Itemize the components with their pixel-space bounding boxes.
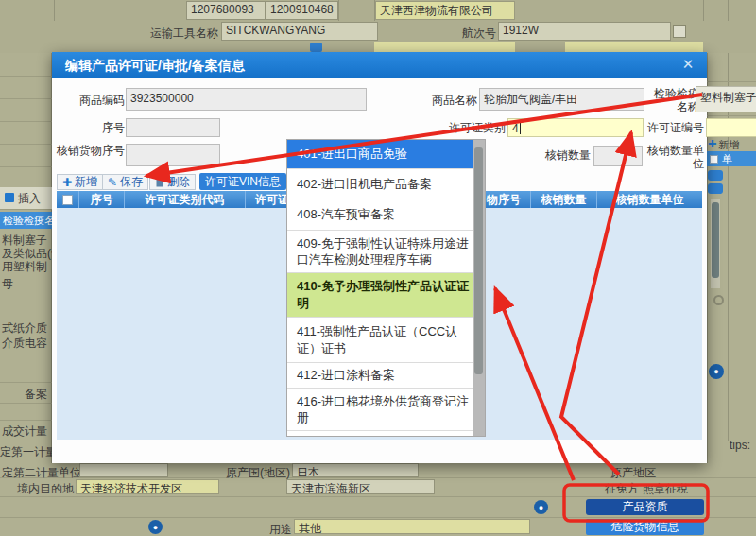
row3-yellow-cell xyxy=(565,42,703,52)
bg-right-add-button[interactable]: ✚ 新增 xyxy=(708,138,739,152)
second-qty-unit-label: 定第二计量单位 xyxy=(2,465,81,481)
license-no-label: 许可证编号 xyxy=(645,121,704,134)
delete-button[interactable]: 删除 xyxy=(149,174,196,190)
bg-cell-text-line: 介质电容 xyxy=(2,337,47,350)
field-value-1207680093[interactable]: 1207680093 xyxy=(186,1,266,20)
license-type-dropdown: 401-进出口商品免验 402-进口旧机电产品备案 408-汽车预审备案 409… xyxy=(286,139,486,437)
dropdown-scrollbar[interactable] xyxy=(472,140,485,436)
dialog-title-bar: 编辑产品许可证/审批/备案信息 ✕ xyxy=(52,52,707,78)
dropdown-option-408[interactable]: 408-汽车预审备案 xyxy=(287,199,472,231)
goods-name-label: 商品名称 xyxy=(397,94,477,107)
license-vin-button[interactable]: 许可证VIN信息 xyxy=(199,173,286,190)
right-blue-pill[interactable] xyxy=(708,170,723,181)
divider xyxy=(0,144,52,145)
insert-button[interactable]: 插入 xyxy=(18,192,41,205)
goods-code-value[interactable]: 3923500000 xyxy=(126,88,367,111)
divider xyxy=(338,0,339,21)
dropdown-option-412[interactable]: 412-进口涂料备案 xyxy=(287,363,472,389)
sequence-label: 序号 xyxy=(57,121,125,134)
divider xyxy=(0,121,52,122)
goods-code-label: 商品编码 xyxy=(57,94,125,107)
header-fragment: 单 xyxy=(722,151,732,166)
transport-name-label: 运输工具名称 xyxy=(129,26,218,42)
use-label: 用途 xyxy=(267,522,292,536)
bg-right-grid-header: 单 xyxy=(707,151,756,166)
app-screen: 1207680093 1200910468 天津西津物流有限公司 运输工具名称 … xyxy=(0,0,756,536)
divider xyxy=(0,441,52,441)
row3-yellow-cell xyxy=(374,42,515,52)
dangerous-goods-button[interactable]: 危险货物信息 xyxy=(586,519,704,535)
save-button[interactable]: ✎ 保存 xyxy=(102,174,148,190)
grid-header-type-code: 许可证类别代码 xyxy=(125,191,246,208)
dropdown-scrollbar-thumb[interactable] xyxy=(474,147,483,374)
field-value-1200910468[interactable]: 1200910468 xyxy=(266,1,338,20)
divider xyxy=(0,382,52,383)
grid-header-qty: 核销数量 xyxy=(531,191,597,208)
divider xyxy=(0,98,52,99)
use-circle-button[interactable]: ● xyxy=(148,520,163,534)
right-scrollbar-track[interactable] xyxy=(711,199,720,288)
insert-icon xyxy=(5,193,14,202)
company-name-cell[interactable]: 天津西津物流有限公司 xyxy=(375,1,515,20)
domestic-destination-label: 境内目的地 xyxy=(15,481,74,497)
dropdown-option-401[interactable]: 401-进出口商品免验 xyxy=(287,140,472,169)
dropdown-option-409[interactable]: 409-免于强制性认证特殊用途进口汽车检测处理程序车辆 xyxy=(287,231,472,273)
divider xyxy=(728,0,729,21)
sequence-value[interactable] xyxy=(126,118,220,137)
right-blue-pill[interactable] xyxy=(708,183,723,194)
first-qty-unit-label: 定第一计量 xyxy=(0,445,49,458)
right-round-icon[interactable] xyxy=(713,295,724,305)
plus-icon: ✚ xyxy=(708,138,716,152)
right-scrollbar-thumb[interactable] xyxy=(712,202,719,278)
bg-column-header-ciq[interactable]: 检验检疫名 xyxy=(0,212,52,229)
grid-header-qty-unit: 核销数量单位 xyxy=(597,191,702,208)
bg-cell-text-line: 式纸介质 xyxy=(2,321,47,335)
row3-blue-icon[interactable] xyxy=(310,43,322,52)
right-circle-button[interactable]: ● xyxy=(709,364,724,379)
writeoff-qty-unit-label: 核销数量单位 xyxy=(645,144,704,170)
district-value[interactable]: 天津市滨海新区 xyxy=(286,479,435,494)
levy-mode-value[interactable]: 照章征税 xyxy=(643,481,688,497)
origin-area-label: 原产地区 xyxy=(605,465,656,481)
voyage-label: 航次号 xyxy=(454,26,496,42)
writeoff-qty-value[interactable] xyxy=(593,146,643,166)
divider xyxy=(54,0,55,21)
add-row-button[interactable]: ✚ 新增 xyxy=(57,174,103,190)
dropdown-option-411[interactable]: 411-强制性产品认证（CCC认证）证书 xyxy=(287,318,472,363)
remark-label: 备案 xyxy=(0,388,47,401)
dropdown-option-410[interactable]: 410-免予办理强制性产品认证证明 xyxy=(287,273,472,318)
dropdown-option-402[interactable]: 402-进口旧机电产品备案 xyxy=(287,169,472,199)
dropdown-option-416[interactable]: 416-进口棉花境外供货商登记注册 xyxy=(287,389,472,431)
divider xyxy=(0,166,52,167)
divider xyxy=(0,403,52,404)
writeoff-goods-seq-label: 核销货物序号 xyxy=(57,144,125,157)
use-value[interactable]: 其他 xyxy=(294,519,530,534)
bottom-circle-button[interactable]: ● xyxy=(534,500,548,514)
divider xyxy=(0,517,756,518)
transport-name-value[interactable]: SITCKWANGYANG xyxy=(221,22,378,41)
goods-name-value[interactable]: 轮胎加气阀盖/丰田 xyxy=(479,88,644,111)
bg-cell-text-line: 料制塞子， xyxy=(2,233,59,247)
license-type-label: 许可证类别 xyxy=(413,121,506,134)
product-qualification-button[interactable]: 产品资质 xyxy=(586,499,704,515)
row2-small-button[interactable] xyxy=(673,25,686,38)
license-type-input[interactable]: 4 xyxy=(507,118,644,137)
divider xyxy=(707,115,756,116)
second-qty-unit-value[interactable] xyxy=(79,463,168,477)
ciq-name-value[interactable]: 塑料制塞子，盖子及 xyxy=(696,86,756,112)
license-no-input[interactable] xyxy=(706,118,756,137)
divider xyxy=(0,76,52,77)
header-checkbox[interactable] xyxy=(710,155,718,164)
origin-country-value[interactable]: 日本 xyxy=(292,463,419,477)
domestic-destination-value[interactable]: 天津经济技术开发区 xyxy=(76,479,219,494)
voyage-value[interactable]: 1912W xyxy=(498,22,671,41)
ciq-name-label: 检验检疫名称 xyxy=(650,87,699,113)
grid-select-all-checkbox[interactable] xyxy=(62,195,73,205)
pencil-icon: ✎ xyxy=(108,176,117,189)
divider xyxy=(707,81,756,82)
plus-icon: ✚ xyxy=(62,176,72,189)
origin-country-label: 原产国(地区) xyxy=(220,465,290,481)
grid-checkbox-cell xyxy=(57,191,79,208)
close-icon[interactable]: ✕ xyxy=(678,56,698,75)
writeoff-goods-seq-value[interactable] xyxy=(126,144,220,166)
